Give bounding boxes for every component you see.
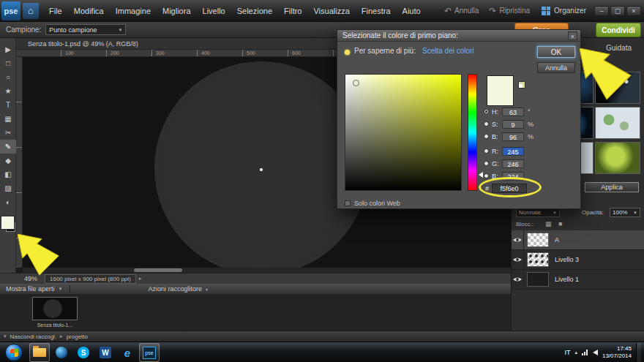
h-input[interactable]: 63 — [502, 108, 524, 116]
menu-modifica[interactable]: Modifica — [68, 0, 110, 22]
taskbar-ie-icon[interactable]: e — [117, 343, 138, 362]
menu-livello[interactable]: Livello — [197, 0, 231, 22]
photo-bin-header: Mostra file aperti ▼ Azioni raccoglitore… — [0, 284, 511, 294]
scrollbar-thumb[interactable] — [134, 268, 182, 272]
learn-more-link[interactable]: Scelta dei colori — [422, 47, 474, 55]
type-tool[interactable]: T — [0, 98, 16, 112]
scissors-tool[interactable]: ✂ — [0, 126, 16, 140]
web-colors-checkbox[interactable] — [345, 200, 351, 206]
menu-immagine[interactable]: Immagine — [110, 0, 157, 22]
layer-visibility-toggle[interactable] — [512, 270, 524, 290]
layer-name[interactable]: A — [555, 236, 559, 244]
color-field-marker[interactable] — [353, 80, 359, 86]
r-radio[interactable] — [484, 148, 489, 154]
eraser-tool[interactable]: ▨ — [0, 181, 16, 195]
lasso-tool[interactable]: ○ — [0, 70, 16, 84]
taskbar-word-icon[interactable]: W — [95, 343, 116, 362]
project-bin-label[interactable]: progetto — [67, 333, 88, 340]
move-tool[interactable]: ▶ — [0, 42, 16, 56]
close-button[interactable]: × — [626, 6, 641, 16]
bin-actions-dropdown[interactable]: Azioni raccoglitore — [148, 285, 202, 293]
h-radio[interactable] — [484, 109, 489, 114]
r-input[interactable]: 245 — [502, 147, 524, 156]
menu-aiuto[interactable]: Aiuto — [397, 0, 427, 22]
layer-thumbnail[interactable] — [527, 233, 549, 247]
ok-button[interactable]: OK — [537, 46, 575, 58]
new-color-swatch — [487, 75, 514, 106]
lock-all-icon[interactable]: ■ — [558, 220, 562, 227]
r-label: R: — [492, 148, 502, 155]
minimize-button[interactable]: – — [594, 6, 609, 16]
taskbar-clock[interactable]: 17:45 13/07/2014 — [602, 345, 632, 360]
g-radio[interactable] — [484, 161, 489, 166]
hue-slider-marker[interactable] — [479, 172, 483, 178]
status-arrow-icon[interactable]: ▸ — [139, 276, 142, 282]
sample-dropdown[interactable]: Punto campione ▼ — [45, 24, 126, 35]
start-button[interactable] — [5, 344, 23, 361]
home-icon[interactable]: ⌂ — [23, 3, 39, 19]
dialog-close-icon[interactable]: × — [568, 31, 577, 40]
layer-visibility-toggle[interactable] — [512, 230, 524, 250]
horizontal-scrollbar[interactable] — [23, 268, 511, 273]
apply-button[interactable]: Applica — [585, 182, 639, 192]
cancel-button[interactable]: Annulla — [537, 62, 575, 73]
b2-radio[interactable] — [484, 173, 489, 178]
share-button[interactable]: Condividi — [596, 23, 641, 37]
taskbar-skype-icon[interactable]: S — [73, 343, 94, 362]
layer-row[interactable]: A — [512, 230, 644, 250]
saturation-brightness-field[interactable] — [345, 74, 462, 191]
layer-visibility-toggle[interactable] — [512, 250, 524, 270]
brush-tool[interactable]: ◆ — [0, 154, 16, 167]
b-input[interactable]: 96 — [502, 132, 524, 141]
red-field-row: R: 245 — [484, 146, 577, 157]
menu-filtro[interactable]: Filtro — [278, 0, 307, 22]
menu-visualizza[interactable]: Visualizza — [307, 0, 355, 22]
network-icon[interactable] — [582, 350, 588, 355]
foreground-color-swatch[interactable] — [1, 216, 14, 229]
eyedropper-tool[interactable]: ✎ — [0, 140, 16, 154]
quick-selection-tool[interactable]: ★ — [0, 84, 16, 98]
organizer-button[interactable]: Organizer — [535, 7, 593, 15]
volume-icon[interactable] — [593, 350, 598, 355]
taskbar-explorer-icon[interactable] — [29, 343, 50, 362]
hidden-icons-chevron-icon[interactable]: ▴ — [574, 350, 577, 355]
opacity-field[interactable]: 100% ▼ — [610, 208, 640, 217]
s-input[interactable]: 9 — [502, 120, 524, 129]
hue-slider[interactable] — [468, 74, 477, 191]
undo-button[interactable]: ↶Annulla — [439, 6, 484, 16]
taskbar-pse-icon[interactable]: pse — [139, 343, 160, 362]
marquee-tool[interactable]: □ — [0, 56, 16, 70]
photo-thumbnail[interactable] — [595, 107, 640, 139]
menu-migliora[interactable]: Migliora — [157, 0, 197, 22]
show-open-files-dropdown[interactable]: Mostra file aperti — [6, 285, 55, 293]
lock-transparency-icon[interactable]: ▦ — [545, 220, 552, 227]
layer-row[interactable]: Livello 1 — [512, 270, 644, 290]
s-radio[interactable] — [484, 121, 489, 127]
crop-tool[interactable]: ▦ — [0, 112, 16, 126]
photo-bin: Senza titolo-1... — [0, 294, 511, 331]
language-indicator[interactable]: IT — [564, 349, 570, 356]
menu-file[interactable]: File — [43, 0, 68, 22]
menu-selezione[interactable]: Selezione — [231, 0, 278, 22]
show-desktop-button[interactable] — [636, 343, 641, 362]
layer-thumbnail[interactable] — [527, 252, 549, 267]
gradient-tool[interactable]: ◐ — [0, 195, 16, 209]
taskbar-browser-icon[interactable] — [51, 343, 72, 362]
photo-thumbnail[interactable] — [595, 142, 640, 174]
layer-name[interactable]: Livello 3 — [555, 256, 579, 263]
clone-stamp-tool[interactable]: ◧ — [0, 167, 16, 181]
maximize-button[interactable]: ▢ — [610, 6, 625, 16]
redo-button[interactable]: ↷Ripristina — [484, 6, 535, 16]
layer-thumbnail[interactable] — [527, 272, 549, 287]
skype-icon: S — [78, 347, 89, 358]
layer-name[interactable]: Livello 1 — [555, 276, 579, 283]
hide-bin-button[interactable]: Nascondi raccogl. — [10, 333, 57, 340]
menu-finestra[interactable]: Finestra — [356, 0, 397, 22]
open-file-thumbnail[interactable] — [32, 297, 78, 320]
g-input[interactable]: 246 — [502, 159, 524, 168]
h-unit: ° — [528, 108, 531, 116]
layer-row[interactable]: Livello 3 — [512, 250, 644, 270]
b-radio[interactable] — [484, 134, 489, 139]
sample-label: Campione: — [6, 26, 41, 34]
web-safe-cube-icon[interactable] — [518, 81, 525, 88]
